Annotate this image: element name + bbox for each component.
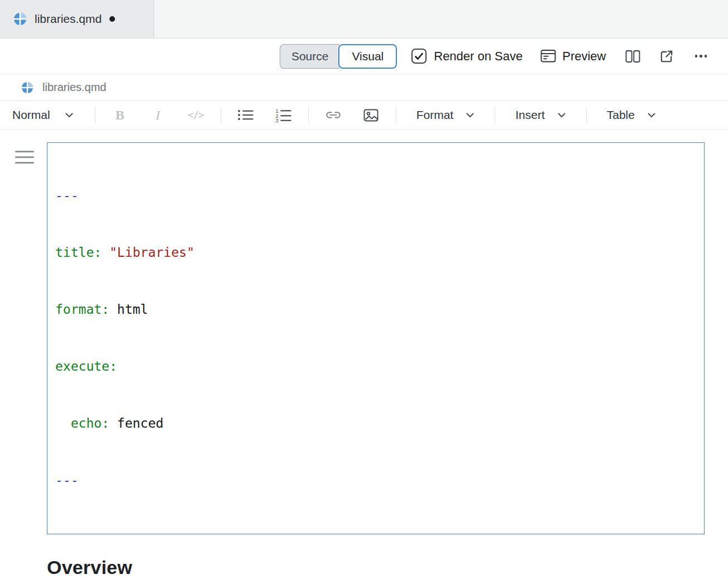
preview-icon xyxy=(540,49,556,63)
insert-menu-label: Insert xyxy=(515,108,545,122)
yaml-line: title: "Libraries" xyxy=(55,243,696,262)
render-on-save-label: Render on Save xyxy=(434,49,523,64)
code-button[interactable]: </> xyxy=(177,104,215,126)
editor-tab-bar: libraries.qmd xyxy=(0,0,728,39)
source-mode-button[interactable]: Source xyxy=(280,44,340,69)
breadcrumb: libraries.qmd xyxy=(0,74,728,101)
ellipsis-icon xyxy=(695,55,698,58)
checkmark-icon xyxy=(414,52,424,60)
preview-button[interactable]: Preview xyxy=(540,49,606,64)
yaml-line: execute: xyxy=(55,357,696,376)
bold-button[interactable]: B xyxy=(101,104,139,126)
format-menu[interactable]: Format xyxy=(402,108,490,122)
toolbar-divider xyxy=(396,107,396,123)
toolbar-divider xyxy=(95,107,95,123)
paragraph-style-dropdown[interactable]: Normal xyxy=(12,108,89,122)
table-menu[interactable]: Table xyxy=(592,108,670,122)
svg-text:3: 3 xyxy=(275,117,278,122)
yaml-line: echo: fenced xyxy=(55,414,696,433)
document-canvas[interactable]: --- title: "Libraries" format: html exec… xyxy=(0,130,728,584)
insert-image-button[interactable] xyxy=(352,104,390,126)
open-in-new-window-button[interactable] xyxy=(659,49,674,64)
chevron-down-icon xyxy=(65,112,74,118)
numbered-list-icon: 1 2 3 xyxy=(275,108,292,122)
toolbar-divider xyxy=(495,107,495,123)
toolbar-divider xyxy=(221,107,221,123)
editor-toolbar: Source Visual Render on Save Preview xyxy=(0,39,728,74)
yaml-line: --- xyxy=(55,186,696,205)
toolbar-divider xyxy=(308,107,309,123)
formatting-toolbar: Normal B I </> xyxy=(0,101,728,130)
chevron-down-icon xyxy=(466,112,475,118)
visual-mode-button[interactable]: Visual xyxy=(338,44,397,69)
yaml-line: --- xyxy=(55,471,696,490)
insert-link-button[interactable] xyxy=(314,104,352,126)
quarto-file-icon xyxy=(21,82,33,94)
unsaved-changes-dot xyxy=(109,16,115,22)
chevron-down-icon xyxy=(557,112,566,118)
preview-label: Preview xyxy=(562,49,606,64)
insert-menu[interactable]: Insert xyxy=(501,108,581,122)
yaml-line: format: html xyxy=(55,300,696,319)
external-link-icon xyxy=(659,49,674,64)
more-options-button[interactable] xyxy=(694,50,708,62)
breadcrumb-filename[interactable]: libraries.qmd xyxy=(42,81,106,94)
link-icon xyxy=(325,111,342,119)
split-editor-button[interactable] xyxy=(625,50,640,63)
italic-icon: I xyxy=(156,108,160,123)
numbered-list-button[interactable]: 1 2 3 xyxy=(265,104,303,126)
render-on-save-checkbox-group[interactable]: Render on Save xyxy=(411,49,523,64)
render-on-save-checkbox[interactable] xyxy=(411,49,427,64)
table-menu-label: Table xyxy=(607,108,635,122)
italic-button[interactable]: I xyxy=(139,104,177,126)
yaml-front-matter-block[interactable]: --- title: "Libraries" format: html exec… xyxy=(47,142,705,534)
source-visual-toggle: Source Visual xyxy=(280,44,397,69)
overview-heading: Overview xyxy=(47,557,705,578)
paragraph-style-label: Normal xyxy=(12,108,50,122)
tab-libraries-qmd[interactable]: libraries.qmd xyxy=(0,0,154,38)
code-icon: </> xyxy=(188,109,204,121)
quarto-visual-editor: libraries.qmd Source Visual Render on Sa… xyxy=(0,0,728,584)
bold-icon: B xyxy=(116,108,124,123)
split-columns-icon xyxy=(625,50,640,63)
image-icon xyxy=(363,108,379,122)
chevron-down-icon xyxy=(647,112,656,118)
format-menu-label: Format xyxy=(416,108,454,122)
bulleted-list-icon xyxy=(237,108,254,122)
tab-title: libraries.qmd xyxy=(35,12,102,26)
block-drag-handle-icon[interactable] xyxy=(15,151,34,167)
bulleted-list-button[interactable] xyxy=(227,104,265,126)
quarto-file-icon xyxy=(13,12,27,26)
toolbar-divider xyxy=(586,107,587,123)
